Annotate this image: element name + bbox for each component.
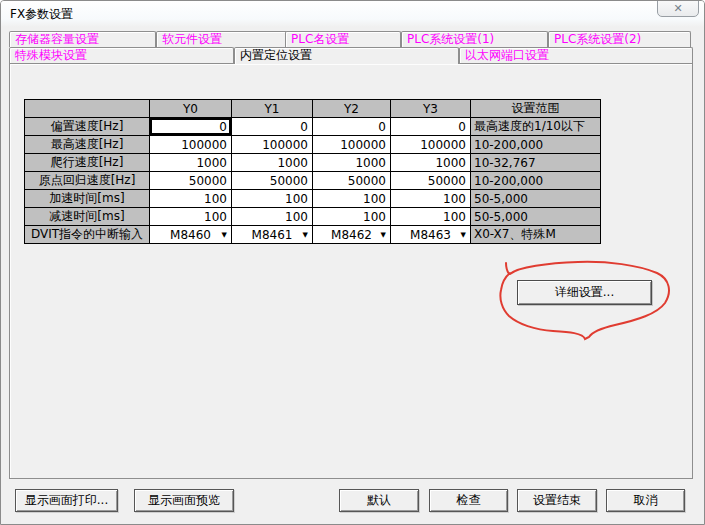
cell-max-speed-y2[interactable]: 100000 [313, 136, 391, 154]
tab-builtin-positioning[interactable]: 内置定位设置 [234, 47, 459, 64]
cell-acceleration-time-y2[interactable]: 100 [313, 190, 391, 208]
cell-creep-speed-y3[interactable]: 1000 [391, 154, 471, 172]
tab-plc-system-2[interactable]: PLC系统设置(2) [548, 31, 691, 47]
cell-acceleration-time-y1[interactable]: 100 [232, 190, 313, 208]
cell-zero-return-speed-y0[interactable]: 50000 [150, 172, 232, 190]
range-creep-speed: 10-32,767 [471, 154, 601, 172]
cell-max-speed-y0[interactable]: 100000 [150, 136, 232, 154]
table-row-dvit-interrupt-input: DVIT指令的中断输入M8460▼M8461▼M8462▼M8463▼X0-X7… [25, 226, 601, 244]
cell-creep-speed-y1[interactable]: 1000 [232, 154, 313, 172]
cell-bias-speed-y3[interactable]: 0 [391, 118, 471, 136]
cell-creep-speed-y0[interactable]: 1000 [150, 154, 232, 172]
col-header-y2: Y2 [313, 100, 391, 118]
row-label-dvit-interrupt-input: DVIT指令的中断输入 [25, 226, 150, 244]
tab-device-settings[interactable]: 软元件设置 [156, 31, 288, 47]
cell-acceleration-time-y0[interactable]: 100 [150, 190, 232, 208]
table-row-bias-speed: 偏置速度[Hz]0000最高速度的1/10以下 [25, 118, 601, 136]
col-header-y0: Y0 [150, 100, 232, 118]
cell-deceleration-time-y3[interactable]: 100 [391, 208, 471, 226]
table-row-zero-return-speed: 原点回归速度[Hz]5000050000500005000010-200,000 [25, 172, 601, 190]
cell-zero-return-speed-y2[interactable]: 50000 [313, 172, 391, 190]
display-screen-preview-button[interactable]: 显示画面预览 [134, 489, 234, 512]
display-screen-print-button[interactable]: 显示画面打印... [15, 489, 118, 512]
table-row-max-speed: 最高速度[Hz]10000010000010000010000010-200,0… [25, 136, 601, 154]
cell-zero-return-speed-y3[interactable]: 50000 [391, 172, 471, 190]
range-deceleration-time: 50-5,000 [471, 208, 601, 226]
table-row-creep-speed: 爬行速度[Hz]100010001000100010-32,767 [25, 154, 601, 172]
cancel-button[interactable]: 取消 [606, 489, 685, 512]
cell-acceleration-time-y3[interactable]: 100 [391, 190, 471, 208]
row-label-acceleration-time: 加速时间[ms] [25, 190, 150, 208]
table-row-acceleration-time: 加速时间[ms]10010010010050-5,000 [25, 190, 601, 208]
cell-bias-speed-y2[interactable]: 0 [313, 118, 391, 136]
range-dvit-interrupt-input: X0-X7、特殊M [471, 226, 601, 244]
col-header-y3: Y3 [391, 100, 471, 118]
tab-plc-name[interactable]: PLC名设置 [285, 31, 401, 47]
default-button[interactable]: 默认 [339, 489, 419, 512]
col-header-y1: Y1 [232, 100, 313, 118]
tab-memory-capacity[interactable]: 存储器容量设置 [9, 31, 156, 47]
detail-settings-button[interactable]: 详细设置... [517, 280, 652, 305]
row-label-max-speed: 最高速度[Hz] [25, 136, 150, 154]
range-max-speed: 10-200,000 [471, 136, 601, 154]
fx-parameter-dialog: FX参数设置 ✕ 存储器容量设置软元件设置PLC名设置PLC系统设置(1)PLC… [0, 0, 705, 525]
cell-max-speed-y1[interactable]: 100000 [232, 136, 313, 154]
col-header-row-label [25, 100, 150, 118]
range-bias-speed: 最高速度的1/10以下 [471, 118, 601, 136]
chevron-down-icon: ▼ [461, 231, 466, 239]
cell-deceleration-time-y1[interactable]: 100 [232, 208, 313, 226]
dropdown-value: M8461 [252, 228, 293, 242]
row-label-zero-return-speed: 原点回归速度[Hz] [25, 172, 150, 190]
cell-bias-speed-y1[interactable]: 0 [232, 118, 313, 136]
cell-max-speed-y3[interactable]: 100000 [391, 136, 471, 154]
dropdown-dvit-interrupt-input-y1[interactable]: M8461▼ [232, 226, 313, 244]
check-button[interactable]: 检查 [429, 489, 508, 512]
row-label-bias-speed: 偏置速度[Hz] [25, 118, 150, 136]
dropdown-dvit-interrupt-input-y3[interactable]: M8463▼ [391, 226, 471, 244]
table-row-deceleration-time: 减速时间[ms]10010010010050-5,000 [25, 208, 601, 226]
chevron-down-icon: ▼ [303, 231, 308, 239]
dropdown-dvit-interrupt-input-y0[interactable]: M8460▼ [150, 226, 232, 244]
dropdown-value: M8463 [410, 228, 451, 242]
dropdown-value: M8460 [170, 228, 211, 242]
row-label-deceleration-time: 减速时间[ms] [25, 208, 150, 226]
tab-plc-system-1[interactable]: PLC系统设置(1) [401, 31, 548, 47]
range-acceleration-time: 50-5,000 [471, 190, 601, 208]
chevron-down-icon: ▼ [222, 231, 227, 239]
positioning-settings-table: Y0Y1Y2Y3设置范围 偏置速度[Hz]0000最高速度的1/10以下最高速度… [24, 99, 601, 244]
titlebar: FX参数设置 ✕ [1, 1, 704, 27]
cell-creep-speed-y2[interactable]: 1000 [313, 154, 391, 172]
cell-deceleration-time-y0[interactable]: 100 [150, 208, 232, 226]
cell-deceleration-time-y2[interactable]: 100 [313, 208, 391, 226]
cell-zero-return-speed-y1[interactable]: 50000 [232, 172, 313, 190]
row-label-creep-speed: 爬行速度[Hz] [25, 154, 150, 172]
setting-finish-button[interactable]: 设置结束 [517, 489, 597, 512]
tab-special-module[interactable]: 特殊模块设置 [9, 47, 234, 63]
range-zero-return-speed: 10-200,000 [471, 172, 601, 190]
dropdown-value: M8462 [331, 228, 372, 242]
chevron-down-icon: ▼ [381, 231, 386, 239]
positioning-tab-panel: Y0Y1Y2Y3设置范围 偏置速度[Hz]0000最高速度的1/10以下最高速度… [9, 63, 693, 479]
tab-ethernet-port[interactable]: 以太网端口设置 [459, 47, 693, 63]
window-title: FX参数设置 [10, 6, 73, 23]
cell-bias-speed-y0[interactable]: 0 [150, 118, 232, 136]
table-header-row: Y0Y1Y2Y3设置范围 [25, 100, 601, 118]
close-button[interactable]: ✕ [657, 0, 699, 17]
dropdown-dvit-interrupt-input-y2[interactable]: M8462▼ [313, 226, 391, 244]
col-header-range: 设置范围 [471, 100, 601, 118]
close-icon: ✕ [673, 2, 682, 16]
